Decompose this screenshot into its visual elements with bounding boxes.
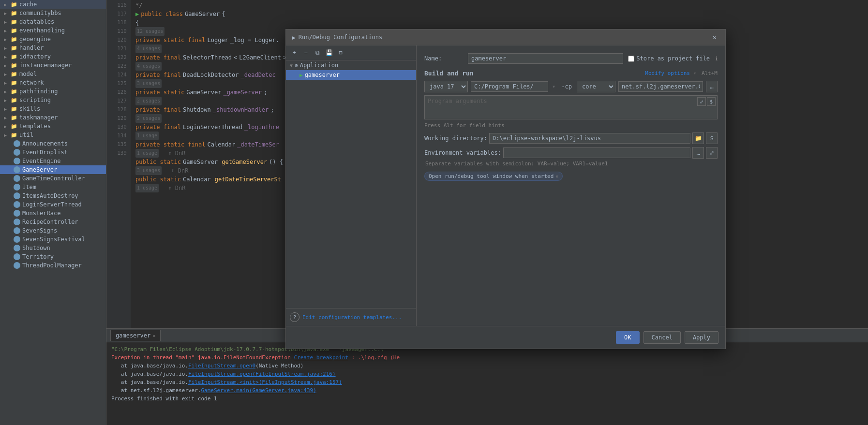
terminal-line: at java.base/java.io.FileInputStream.ope… [111, 362, 863, 370]
store-as-project-label[interactable]: Store as project file [628, 55, 710, 62]
file-link[interactable]: FileInputStream.open0 [188, 363, 255, 369]
folder-icon: 📁 [11, 28, 17, 34]
expand-env-vars-btn[interactable]: ⤢ [706, 147, 718, 159]
store-as-project-checkbox[interactable] [628, 56, 634, 62]
run-icon: ▶ [299, 72, 303, 78]
prog-args-icons: ⤢ $ [697, 97, 716, 106]
build-run-header: Build and run Modify options ▾ Alt+M [424, 70, 718, 77]
remove-config-btn[interactable]: − [300, 47, 311, 58]
folder-icon: 📁 [11, 97, 17, 103]
sidebar-item-taskmanager[interactable]: ▶ 📁 taskmanager [0, 113, 106, 122]
sidebar-item-label: Territory [22, 253, 54, 260]
expand-arrow: ▶ [4, 72, 9, 77]
browse-env-vars-btn[interactable]: … [692, 147, 704, 159]
name-input[interactable] [468, 53, 623, 64]
ok-button[interactable]: OK [616, 331, 639, 344]
copy-config-btn[interactable]: ⧉ [312, 47, 323, 58]
sidebar-item-label: GameServer [22, 166, 57, 173]
sidebar-item-loginserverthread[interactable]: LoginServerThread [0, 200, 106, 209]
terminal-error-line: Exception in thread "main" java.io.FileN… [111, 353, 863, 362]
sidebar-item-recipecontroller[interactable]: RecipeController [0, 218, 106, 226]
open-tool-window-tag[interactable]: Open run/debug tool window when started … [424, 172, 563, 181]
dialog-close-btn[interactable]: ✕ [710, 32, 719, 42]
sidebar-item-label: geoengine [19, 36, 51, 43]
sidebar-item-label: ItemsAutoDestroy [22, 192, 78, 199]
sidebar-item-sevensignsfestival[interactable]: SevenSignsFestival [0, 235, 106, 244]
expand-arrow: ▶ [4, 89, 9, 94]
module-select[interactable]: core [577, 81, 615, 92]
folder-icon: 📁 [11, 54, 17, 60]
main-class-input[interactable] [618, 81, 703, 92]
sidebar-item-idfactory[interactable]: ▶ 📁 idfactory [0, 52, 106, 61]
sidebar-item-threadpoolmanager[interactable]: ThreadPoolManager [0, 261, 106, 270]
sidebar-item-eventdroplist[interactable]: EventDroplist [0, 148, 106, 157]
sidebar-item-label: ThreadPoolManager [22, 262, 82, 269]
sidebar-item-label: RecipeController [22, 219, 78, 225]
sidebar-item-scripting[interactable]: ▶ 📁 scripting [0, 96, 106, 104]
file-link[interactable]: FileInputStream.<init>(FileInputStream.j… [188, 379, 342, 385]
sidebar-item-util[interactable]: ▶ 📁 util [0, 131, 106, 139]
file-link[interactable]: FileInputStream.open(FileInputStream.jav… [188, 371, 336, 377]
browse-main-class-btn[interactable]: … [706, 81, 718, 92]
tree-item-gameserver[interactable]: ▶ gameserver [286, 70, 416, 80]
sidebar-item-templates[interactable]: ▶ 📁 templates [0, 122, 106, 131]
class-icon [14, 149, 20, 156]
filter-btn[interactable]: ⊟ [335, 47, 346, 58]
sidebar-item-monsterrace[interactable]: MonsterRace [0, 209, 106, 218]
sidebar-item-label: Announcements [22, 140, 68, 147]
create-breakpoint-link[interactable]: Create breakpoint [294, 354, 349, 361]
sidebar-item-itemsautodestroy[interactable]: ItemsAutoDestroy [0, 191, 106, 200]
env-vars-input[interactable] [503, 147, 690, 158]
sidebar-item-label: handler [19, 44, 44, 51]
sidebar-item-cache[interactable]: ▶ 📁 cache [0, 0, 106, 9]
modify-options-link[interactable]: Modify options ▾ Alt+M [645, 70, 718, 76]
sidebar-item-model[interactable]: ▶ 📁 model [0, 70, 106, 78]
sidebar-item-item[interactable]: Item [0, 183, 106, 191]
tree-item-label: Application [300, 62, 338, 69]
sidebar-item-sevensigns[interactable]: SevenSigns [0, 226, 106, 235]
run-debug-dialog[interactable]: ▶ Run/Debug Configurations ✕ + − ⧉ 💾 ⊟ [285, 29, 726, 349]
sidebar-item-instancemanager[interactable]: ▶ 📁 instancemanager [0, 61, 106, 70]
expand-prog-args-btn[interactable]: ⤢ [697, 97, 706, 106]
sidebar-item-skills[interactable]: ▶ 📁 skills [0, 104, 106, 113]
sidebar-item-gametimecontroller[interactable]: GameTimeController [0, 174, 106, 183]
sidebar-item-network[interactable]: ▶ 📁 network [0, 78, 106, 87]
apply-button[interactable]: Apply [685, 331, 718, 344]
tag-close-btn[interactable]: ✕ [555, 174, 558, 179]
file-link[interactable]: GameServer.main(GameServer.java:439) [201, 387, 316, 394]
sidebar-item-eventengine[interactable]: EventEngine [0, 157, 106, 165]
expand-arrow: ▶ [4, 106, 9, 112]
java-path-input[interactable] [471, 81, 548, 92]
terminal-tab-gameserver[interactable]: gameserver ✕ [110, 330, 161, 341]
sidebar-item-eventhandling[interactable]: ▶ 📁 eventhandling [0, 26, 106, 35]
class-icon [14, 219, 20, 225]
sidebar-item-territory[interactable]: Territory [0, 252, 106, 261]
sidebar-item-label: util [19, 132, 33, 138]
cancel-button[interactable]: Cancel [644, 331, 681, 344]
help-btn[interactable]: ? [290, 312, 299, 322]
java-version-select[interactable]: java 17 [424, 81, 468, 92]
sidebar-item-shutdown[interactable]: Shutdown [0, 244, 106, 252]
sidebar-item-geoengine[interactable]: ▶ 📁 geoengine [0, 35, 106, 44]
sidebar-item-announcements[interactable]: Announcements [0, 139, 106, 148]
tree-item-application[interactable]: ▼ ⚙ Application [286, 60, 416, 70]
macro-prog-args-btn[interactable]: $ [707, 97, 716, 106]
sidebar-item-label: taskmanager [19, 114, 58, 121]
browse-working-dir-btn[interactable]: 📁 [692, 132, 704, 144]
save-config-btn[interactable]: 💾 [324, 47, 334, 58]
sidebar: ▶ 📁 cache ▶ 📁 communitybbs ▶ 📁 datatable… [0, 0, 106, 425]
add-config-btn[interactable]: + [289, 47, 299, 58]
edit-config-templates-link[interactable]: Edit configuration templates... [302, 314, 402, 321]
expand-arrow: ▶ [4, 2, 9, 7]
working-dir-input[interactable] [489, 133, 690, 144]
close-tab-btn[interactable]: ✕ [152, 333, 155, 338]
sidebar-item-pathfinding[interactable]: ▶ 📁 pathfinding [0, 87, 106, 96]
expand-arrow: ▶ [4, 115, 9, 120]
sidebar-item-gameserver[interactable]: GameServer [0, 165, 106, 174]
sidebar-item-communitybbs[interactable]: ▶ 📁 communitybbs [0, 9, 106, 17]
class-icon [14, 236, 20, 243]
sidebar-item-handler[interactable]: ▶ 📁 handler [0, 44, 106, 52]
variables-working-dir-btn[interactable]: $ [706, 132, 718, 144]
folder-icon: 📁 [11, 19, 17, 25]
sidebar-item-datatables[interactable]: ▶ 📁 datatables [0, 17, 106, 26]
